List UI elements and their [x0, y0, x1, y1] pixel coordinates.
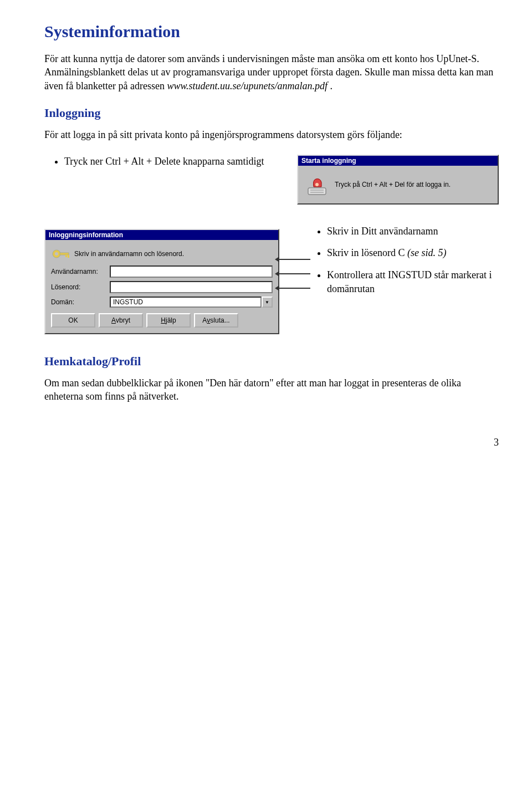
bullet-list-2: Skriv in Ditt användarnamn Skriv in löse…: [307, 224, 499, 296]
chevron-down-icon[interactable]: ▼: [262, 297, 273, 308]
keyboard-hand-icon: [305, 172, 329, 197]
page-number: 3: [44, 437, 499, 448]
intro-text-end: .: [328, 80, 332, 91]
dialog-login-info: Inloggningsinformation: [44, 229, 279, 334]
dialog-login-info-title: Inloggningsinformation: [45, 230, 278, 240]
svg-rect-7: [65, 255, 67, 257]
row-ctrl-alt-del: Tryck ner Ctrl + Alt + Delete knapparna …: [44, 155, 499, 205]
svg-rect-8: [68, 255, 69, 258]
label-username: Användarnamn:: [51, 268, 106, 275]
bullet-list-1: Tryck ner Ctrl + Alt + Delete knapparna …: [44, 155, 286, 168]
row-login-info: Inloggningsinformation: [44, 224, 499, 334]
label-domain: Domän:: [51, 298, 106, 306]
bullet-username: Skriv in Ditt användarnamn: [327, 224, 499, 238]
svg-rect-6: [60, 253, 69, 255]
ok-button[interactable]: OK: [51, 313, 95, 328]
heading-hemkatalog: Hemkatalog/Profil: [44, 354, 499, 369]
domain-select[interactable]: INGSTUD ▼: [110, 297, 273, 308]
dialog-start-login-title: Starta inloggning: [298, 156, 498, 166]
label-password: Lösenord:: [51, 283, 106, 291]
domain-select-value: INGSTUD: [110, 297, 262, 308]
bullet-ctrl-alt-del: Tryck ner Ctrl + Alt + Delete knapparna …: [64, 155, 286, 168]
password-input[interactable]: [110, 281, 273, 293]
svg-point-3: [315, 183, 319, 186]
key-icon: [51, 246, 71, 262]
dialog-start-login: Starta inloggning Tryck på Ctrl + Alt + …: [297, 155, 499, 205]
intro-paragraph: För att kunna nyttja de datorer som anvä…: [44, 52, 499, 93]
bullet-domain-check: Kontrollera att INGSTUD står markerat i …: [327, 268, 499, 296]
end-button[interactable]: Avsluta...: [194, 313, 238, 328]
svg-rect-0: [308, 188, 326, 195]
heading-inloggning: Inloggning: [44, 106, 499, 120]
help-button[interactable]: Hjälp: [146, 313, 191, 328]
heading-systeminformation: Systeminformation: [44, 22, 499, 41]
bullet-password: Skriv in lösenord C (se sid. 5): [327, 246, 499, 260]
svg-point-5: [55, 252, 58, 256]
hemkatalog-paragraph: Om man sedan dubbelklickar på ikonen "De…: [44, 376, 499, 403]
dialog-login-instruction: Skriv in användarnamn och lösenord.: [74, 250, 273, 258]
dialog-start-login-msg: Tryck på Ctrl + Alt + Del för att logga …: [335, 181, 451, 188]
intro-link-text: www.student.uu.se/upunets/anmalan.pdf: [167, 80, 328, 91]
username-input[interactable]: [110, 265, 273, 278]
login-intro: För att logga in på sitt privata konto p…: [44, 128, 499, 141]
cancel-button[interactable]: Avbryt: [99, 313, 143, 328]
